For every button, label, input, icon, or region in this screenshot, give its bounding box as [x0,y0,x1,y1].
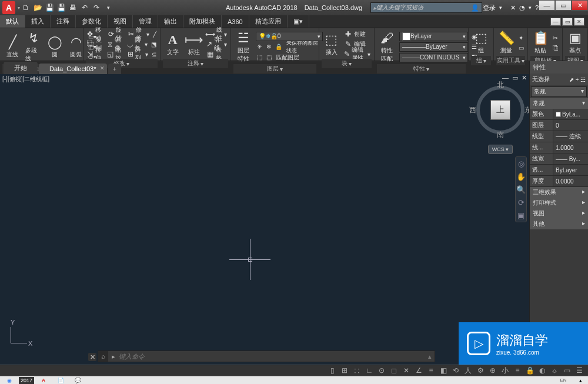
props-filter-icon[interactable]: ☷ [580,76,586,83]
tab-output[interactable]: 输出 [158,15,183,28]
prop-row[interactable]: 厚度0.0000 [530,176,588,187]
props-section-misc[interactable]: 其他▸ [530,219,588,229]
status-3dosnap-icon[interactable]: ✕ [401,366,412,375]
cmd-recent-icon[interactable]: ⌕ [98,351,108,362]
layer-tool-6[interactable]: 匹配图层 [275,53,300,62]
circle-button[interactable]: ◯圆 [45,34,65,60]
status-model-icon[interactable]: ▯ [327,366,338,375]
command-line[interactable]: ⌕ ▸ ▴ [98,350,435,362]
dim-button[interactable]: ⟼标注 [184,31,204,58]
status-workspace-icon[interactable]: ⚙ [475,366,486,375]
status-lock-icon[interactable]: 🔒 [524,366,535,375]
props-section-general[interactable]: 常规▾ [530,98,588,109]
doc-close[interactable]: ✕ [574,18,584,26]
status-transparency-icon[interactable]: ◧ [438,366,449,375]
tb-ime[interactable]: EN [556,377,571,384]
status-cycling-icon[interactable]: ⟲ [450,366,461,375]
tab-a360[interactable]: A360 [222,15,249,28]
cmdline-close[interactable]: ✕ [88,353,96,361]
tb-app1[interactable]: 2017 [19,377,34,384]
nav-wheel-icon[interactable]: ◎ [516,157,526,170]
tb-chrome[interactable]: ◉ [2,377,17,384]
nav-showmotion-icon[interactable]: ▣ [516,209,526,222]
status-snap-icon[interactable]: ⸬ [352,366,362,375]
a360-icon[interactable]: ◔ [519,4,525,12]
measure-button[interactable]: 📏测量 [496,29,516,56]
props-add-icon[interactable]: + [575,76,579,83]
status-clean-icon[interactable]: ▭ [562,366,572,375]
compass-south[interactable]: 南 [497,130,504,140]
undo-icon[interactable]: ↶ [80,3,89,12]
extend-icon[interactable]: ╱ [152,29,158,39]
prop-row[interactable]: 透...ByLayer [530,165,588,176]
lineweight-dropdown[interactable]: ———— ByLayer [399,42,468,52]
props-section-plot[interactable]: 打印样式▸ [530,198,588,208]
compass-north[interactable]: 北 [497,80,504,90]
status-osnap-icon[interactable]: ◻ [389,366,399,375]
cmd-expand-icon[interactable]: ▴ [425,353,435,360]
save-icon[interactable]: 💾 [45,3,54,12]
linetype-dropdown[interactable]: ——— CONTINUOUS [399,53,468,62]
status-hw-icon[interactable]: ☼ [549,366,560,375]
tab-close-icon[interactable]: ✕ [100,65,105,71]
nav-pan-icon[interactable]: ✋ [516,170,526,183]
signin-icon[interactable]: 👤 [471,4,479,12]
nav-orbit-icon[interactable]: ⟳ [516,196,526,209]
status-isolate-icon[interactable]: ◐ [537,366,547,375]
matchprop-button[interactable]: 🖌特性 匹配 [377,29,397,64]
tb-wechat[interactable]: 💬 [70,377,85,384]
tab-document[interactable]: Data_Collect03*✕ [39,64,107,74]
tab-annotate[interactable]: 注释 [51,15,76,28]
polyline-button[interactable]: ↯多段线 [24,29,44,64]
props-pick-icon[interactable]: ⬈ [569,76,574,83]
array-button[interactable]: ⊞阵列 ▾ [126,49,149,59]
text-button[interactable]: A文字 [163,31,183,58]
open-icon[interactable]: 📂 [33,3,42,12]
tab-new[interactable]: + [108,64,121,74]
login-button[interactable]: 登录 [483,4,496,12]
nav-zoom-icon[interactable]: 🔍 [516,183,526,196]
help-search[interactable]: ▸ 键入关键字或短语 [370,2,482,13]
qat-dropdown-icon[interactable]: ▾ [103,3,113,12]
stretch-button[interactable]: ⇲拉伸 [86,49,105,59]
layer-tool-3[interactable]: 🔒 [274,42,283,52]
tb-pdf[interactable]: 📄 [53,377,68,384]
doc-minimize[interactable]: — [550,18,561,26]
maximize-button[interactable]: ▭ [555,0,572,11]
table-button[interactable]: ▦表格 [205,49,228,59]
tab-featured[interactable]: 精选应用 [249,15,288,28]
layer-tool-4[interactable]: ⬚ [256,53,263,62]
layer-tool-1[interactable]: ☀ [256,42,263,52]
prop-row[interactable]: 线宽—— By... [530,153,588,165]
offset-icon[interactable]: ⊆ [151,49,158,59]
edit-attr-button[interactable]: ✎编辑属性 ▾ [343,49,372,59]
status-grid-icon[interactable]: ⊞ [339,366,350,375]
basepoint-button[interactable]: ▣基点 [565,29,585,56]
scale-button[interactable]: ◱缩放 [106,49,125,59]
status-lweight-icon[interactable]: ≡ [426,366,436,375]
status-annoscale-icon[interactable]: 人 [463,366,473,375]
print-icon[interactable]: 🖶 [68,3,78,12]
drawing-area[interactable]: [-][俯视][二维线框] — ▭ ✕ 北 南 西 东 上 WCS ▾ ◎ ✋ … [0,74,529,365]
status-annomonitor-icon[interactable]: ⊕ [487,366,498,375]
compass-ring[interactable]: 北 南 西 东 上 [476,86,524,134]
copy2-icon[interactable]: ⿻ [552,43,560,52]
tab-start[interactable]: 开始 [4,62,38,74]
wcs-badge[interactable]: WCS ▾ [488,145,513,154]
props-selection-dropdown[interactable]: 常规▾ [531,86,587,97]
layer-props-button[interactable]: ☱图层 特性 [233,29,253,64]
props-section-view[interactable]: 视图▸ [530,208,588,219]
prop-row[interactable]: 图层0 [530,120,588,131]
status-otrack-icon[interactable]: ∠ [413,366,424,375]
viewcube[interactable]: 上 [490,100,510,120]
create-block-button[interactable]: ✚创建 [343,29,372,39]
status-qp-icon[interactable]: ≡ [512,366,523,375]
prop-row[interactable]: 线型—— 连续 [530,131,588,142]
compass-west[interactable]: 西 [469,105,476,115]
viewport-label[interactable]: [-][俯视][二维线框] [2,75,49,84]
layer-dropdown[interactable]: 💡❄🔓 0 [256,32,323,41]
group-button[interactable]: ⬚组 [471,29,491,56]
saveas-icon[interactable]: 💾 [56,3,66,12]
app-logo[interactable]: A [2,1,15,14]
close-button[interactable]: ✕ [572,0,588,11]
